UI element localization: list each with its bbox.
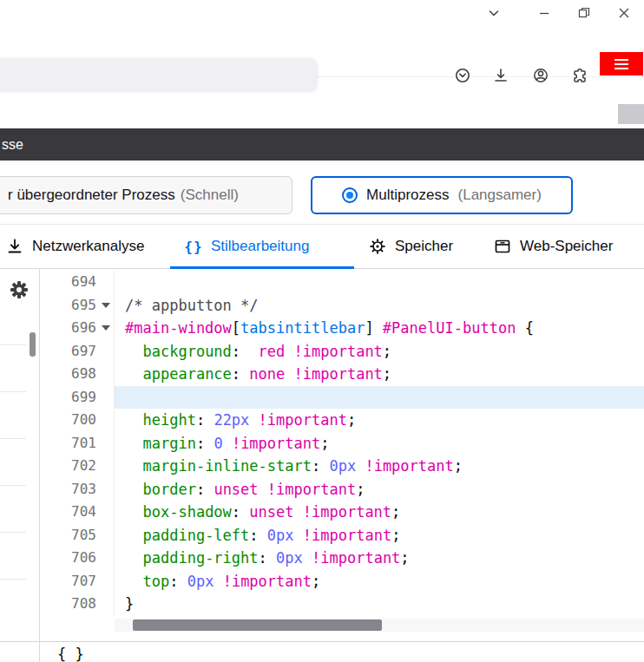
code-text[interactable]: appearance: none !important; <box>115 363 644 386</box>
token-punct: : <box>312 457 329 475</box>
token-punct: ; <box>400 549 409 567</box>
tab-netzwerkanalyse[interactable]: Netzwerkanalyse <box>0 225 167 268</box>
token-punct <box>214 573 222 590</box>
code-text[interactable]: padding-right: 0px !important; <box>115 547 644 570</box>
url-bar[interactable] <box>0 58 317 90</box>
line-gutter: 706 <box>40 547 115 570</box>
code-text[interactable] <box>115 271 644 294</box>
line-gutter: 702 <box>40 455 115 478</box>
token-punct <box>125 527 142 544</box>
line-gutter: 705 <box>40 524 115 547</box>
token-prop: box-shadow <box>142 503 231 521</box>
hamburger-menu-button[interactable] <box>600 52 643 75</box>
fold-slot <box>98 340 114 364</box>
hamburger-line <box>614 59 628 61</box>
line-number: 703 <box>71 478 98 501</box>
token-id: #main-window <box>125 319 232 337</box>
code-text[interactable]: } <box>115 593 644 616</box>
token-punct: : <box>232 503 249 521</box>
pocket-icon[interactable] <box>448 61 477 90</box>
code-text[interactable]: #main-window[tabsintitlebar] #PanelUI-bu… <box>115 317 644 340</box>
process-option-multiprocess[interactable]: Multiprozess (Langsamer) <box>311 176 573 214</box>
line-gutter: 707 <box>40 570 115 593</box>
fold-arrow-icon[interactable] <box>98 317 114 340</box>
token-punct: : <box>232 343 259 360</box>
line-gutter: 700 <box>40 409 115 432</box>
token-value: !important <box>312 549 400 567</box>
radio-selected-icon <box>342 187 358 203</box>
gear-icon[interactable] <box>9 279 30 300</box>
browser-window: sse r übergeordneter Prozess (Schnell) M… <box>0 0 644 662</box>
pane-scrollbar-thumb[interactable] <box>30 332 36 357</box>
option-hint: (Schnell) <box>181 187 239 204</box>
token-value: unset !important <box>214 481 356 498</box>
tab-label: Netzwerkanalyse <box>32 238 144 255</box>
token-prop: margin-inline-start <box>142 457 311 475</box>
line-number: 697 <box>71 340 98 364</box>
code-text[interactable]: margin: 0 !important; <box>115 432 644 456</box>
code-line: 701 margin: 0 !important; <box>40 432 644 456</box>
css-source-editor[interactable]: 694695/* appbutton */696#main-window[tab… <box>40 271 644 616</box>
process-option-parent-process[interactable]: r übergeordneter Prozess (Schnell) <box>0 176 292 214</box>
stylesheet-list-separator <box>0 485 26 486</box>
token-value: !important <box>232 435 320 452</box>
token-punct: : <box>169 573 187 590</box>
token-punct: { <box>516 319 533 337</box>
token-punct: ; <box>312 573 320 590</box>
token-num: 0px <box>267 527 294 544</box>
restore-button[interactable] <box>564 0 604 26</box>
code-text[interactable]: padding-left: 0px !important; <box>115 524 644 547</box>
fold-slot <box>98 432 114 456</box>
token-attr: tabsintitlebar <box>240 319 365 337</box>
minimize-button[interactable] <box>524 0 564 26</box>
code-text[interactable]: /* appbutton */ <box>115 294 644 318</box>
code-text[interactable]: border: unset !important; <box>115 478 644 501</box>
code-text[interactable]: background: red !important; <box>115 340 644 364</box>
token-punct: : <box>196 435 214 452</box>
page-scrollbar-fragment[interactable] <box>618 104 644 124</box>
line-gutter: 694 <box>40 271 115 294</box>
token-punct: ; <box>391 503 400 521</box>
horizontal-scrollbar-thumb[interactable] <box>133 619 382 631</box>
token-prop: padding-right <box>142 549 258 567</box>
line-number: 704 <box>71 501 98 524</box>
code-text[interactable]: height: 22px !important; <box>115 409 644 432</box>
code-text[interactable]: margin-inline-start: 0px !important; <box>115 455 644 478</box>
fold-slot <box>98 547 114 570</box>
token-punct: ] <box>365 319 382 337</box>
extensions-icon[interactable] <box>565 61 595 90</box>
tab-web-speicher[interactable]: Web-Speicher <box>479 225 644 268</box>
token-prop: padding-left <box>142 527 249 544</box>
token-punct: ; <box>356 481 365 498</box>
tab-stilbearbeitung[interactable]: {} Stilbearbeitung <box>170 225 354 268</box>
token-punct: : <box>249 527 266 544</box>
fold-slot <box>98 271 114 294</box>
chevron-down-icon[interactable] <box>474 0 514 26</box>
token-punct <box>356 457 365 475</box>
code-text[interactable]: top: 0px !important; <box>115 570 644 593</box>
token-prop: appearance <box>142 365 231 383</box>
line-number: 702 <box>71 455 98 478</box>
token-punct: [ <box>232 319 240 337</box>
hamburger-line <box>614 68 628 69</box>
token-punct: ; <box>383 365 391 383</box>
account-icon[interactable] <box>526 61 555 90</box>
token-prop: height <box>142 411 195 429</box>
fold-slot <box>98 570 114 593</box>
token-punct <box>294 527 303 544</box>
stylesheet-list-pane <box>0 269 40 662</box>
code-text[interactable]: box-shadow: unset !important; <box>115 501 644 524</box>
token-punct: : <box>259 549 276 567</box>
token-value: unset !important <box>249 503 391 521</box>
tab-speicher[interactable]: Speicher <box>356 225 477 268</box>
active-code-line[interactable] <box>115 386 644 410</box>
line-gutter: 701 <box>40 432 115 456</box>
line-number: 698 <box>71 363 98 386</box>
fold-arrow-icon[interactable] <box>98 294 114 318</box>
token-num: 22px <box>214 411 249 429</box>
close-button[interactable] <box>604 0 644 26</box>
line-number: 705 <box>71 524 98 547</box>
token-value: !important <box>303 527 391 544</box>
token-punct <box>125 435 142 452</box>
download-icon[interactable] <box>486 61 516 90</box>
